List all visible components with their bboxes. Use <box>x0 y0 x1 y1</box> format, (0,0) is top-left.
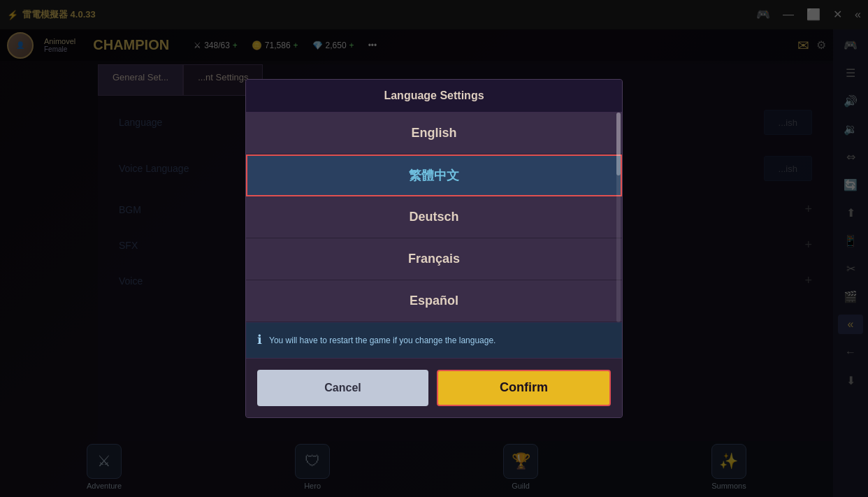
language-warning-notice: ℹ You will have to restart the game if y… <box>246 322 622 357</box>
lang-item-traditional-chinese[interactable]: 繁體中文 <box>246 154 622 196</box>
language-list-wrapper: English 繁體中文 Deutsch Français Español <box>246 113 622 322</box>
warning-message: You will have to restart the game if you… <box>269 336 496 345</box>
language-settings-dialog: Language Settings English 繁體中文 Deutsch F… <box>245 79 623 417</box>
dialog-buttons: Cancel Confirm <box>246 358 622 417</box>
warning-text: You will have to restart the game if you… <box>269 335 496 347</box>
lang-label-traditional-chinese: 繁體中文 <box>409 167 459 184</box>
lang-item-francais[interactable]: Français <box>246 238 622 280</box>
lang-item-deutsch[interactable]: Deutsch <box>246 196 622 238</box>
lang-label-english: English <box>411 126 456 141</box>
lang-label-deutsch: Deutsch <box>409 210 458 224</box>
lang-item-english[interactable]: English <box>246 113 622 154</box>
dialog-title: Language Settings <box>246 80 622 113</box>
dialog-overlay: Language Settings English 繁體中文 Deutsch F… <box>0 0 868 497</box>
warning-icon: ℹ <box>257 331 262 349</box>
scrollbar-thumb <box>616 113 621 175</box>
cancel-button[interactable]: Cancel <box>257 370 428 406</box>
lang-item-espanol[interactable]: Español <box>246 280 622 322</box>
language-list-scrollbar[interactable] <box>616 113 621 322</box>
lang-label-francais: Français <box>408 252 460 266</box>
confirm-button[interactable]: Confirm <box>437 370 611 406</box>
language-list: English 繁體中文 Deutsch Français Español <box>246 113 622 322</box>
lang-label-espanol: Español <box>410 294 458 308</box>
